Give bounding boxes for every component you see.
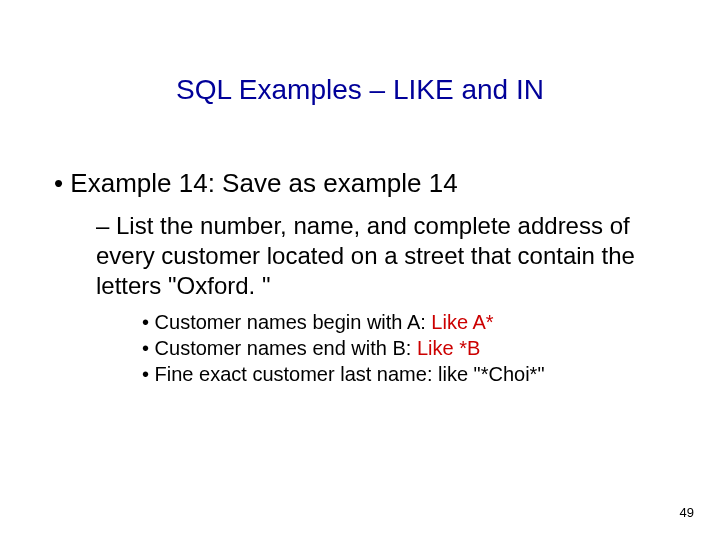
bullet-level3-a: Customer names begin with A: Like A* [142,309,666,335]
bullet-level3-b: Customer names end with B: Like *B [142,335,666,361]
level3a-red: Like A* [431,311,493,333]
bullet-level2: – List the number, name, and complete ad… [96,211,666,301]
dash-prefix: – [96,212,116,239]
level3a-text: Customer names begin with A: [155,311,432,333]
slide: SQL Examples – LIKE and IN Example 14: S… [0,0,720,540]
level3b-text: Customer names end with B: [155,337,417,359]
bullet-level1: Example 14: Save as example 14 [54,168,666,199]
bullet-level3-c: Fine exact customer last name: like "*Ch… [142,361,666,387]
slide-body: Example 14: Save as example 14 – List th… [54,168,666,387]
level2-text: List the number, name, and complete addr… [96,212,635,299]
page-number: 49 [680,505,694,520]
slide-title: SQL Examples – LIKE and IN [0,74,720,106]
level3b-red: Like *B [417,337,480,359]
